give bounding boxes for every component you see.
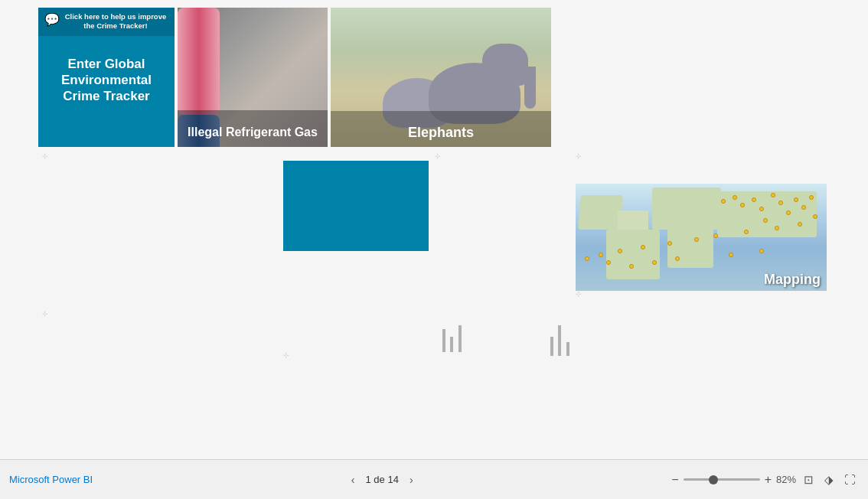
elephant-head xyxy=(482,44,528,86)
anchor-1: ⊹ xyxy=(42,153,48,160)
map-dot xyxy=(675,256,680,261)
page-indicator: 1 de 14 xyxy=(366,474,399,485)
refrigerant-title: Illegal Refrigerant Gas xyxy=(178,110,328,147)
chart-stub-2 xyxy=(550,325,570,356)
feedback-bar[interactable]: 💬 Click here to help us improve the Crim… xyxy=(38,8,175,36)
nav-prev-button[interactable]: ‹ xyxy=(347,472,360,488)
card-mapping[interactable]: Mapping xyxy=(576,184,827,291)
map-dot xyxy=(801,205,806,210)
map-dot xyxy=(606,260,611,265)
map-dot xyxy=(794,197,798,202)
card-elephants[interactable]: Elephants xyxy=(331,8,551,147)
cards-area: 💬 Click here to help us improve the Crim… xyxy=(38,8,551,147)
map-dot xyxy=(809,195,814,200)
share-button[interactable]: ⬗ xyxy=(821,471,837,488)
fullscreen-button[interactable]: ⛶ xyxy=(841,471,859,488)
map-dot xyxy=(618,249,622,253)
map-dot xyxy=(759,249,764,253)
card-teal[interactable] xyxy=(283,161,429,251)
card-refrigerant[interactable]: Illegal Refrigerant Gas xyxy=(178,8,328,147)
card-enter[interactable]: 💬 Click here to help us improve the Crim… xyxy=(38,8,175,147)
map-dot xyxy=(585,256,589,261)
map-dot xyxy=(713,233,718,238)
chart-stub-1 xyxy=(442,325,462,352)
enter-text: Enter Global Environmental Crime Tracker xyxy=(38,44,175,105)
main-content: ⊹ ⊹ ⊹ ⊹ ⊹ ⊹ 💬 Click here to help us impr… xyxy=(0,0,868,459)
anchor-2: ⊹ xyxy=(435,153,441,160)
map-dot xyxy=(667,241,672,246)
map-africa-land xyxy=(578,195,623,230)
zoom-in-button[interactable]: + xyxy=(765,473,772,487)
status-bar: Microsoft Power BI ‹ 1 de 14 › − + 82% ⊡… xyxy=(0,459,868,499)
map-land-3 xyxy=(652,188,721,230)
map-land-5 xyxy=(667,226,713,268)
map-dot xyxy=(694,237,699,242)
powerbi-link[interactable]: Microsoft Power BI xyxy=(9,474,93,485)
map-dot xyxy=(752,197,756,202)
zoom-controls: − + 82% ⊡ ⬗ ⛶ xyxy=(671,471,859,488)
map-dot xyxy=(641,245,645,250)
zoom-slider[interactable] xyxy=(684,478,760,481)
map-dot xyxy=(763,218,768,223)
map-dot xyxy=(740,203,745,207)
map-dot xyxy=(786,210,791,215)
feedback-text: Click here to help us improve the Crime … xyxy=(63,12,168,31)
nav-next-button[interactable]: › xyxy=(405,472,418,488)
cylinder-pink xyxy=(178,8,220,115)
anchor-5: ⊹ xyxy=(42,311,48,318)
zoom-level: 82% xyxy=(776,474,796,485)
anchor-6: ⊹ xyxy=(283,352,289,359)
map-dot xyxy=(744,230,749,234)
elephant-trunk xyxy=(524,67,536,109)
zoom-out-button[interactable]: − xyxy=(671,473,678,487)
anchor-4: ⊹ xyxy=(576,291,582,298)
map-dot xyxy=(771,193,775,197)
nav-controls: ‹ 1 de 14 › xyxy=(347,472,418,488)
anchor-3: ⊹ xyxy=(576,153,582,160)
map-dot xyxy=(599,253,603,257)
map-dot xyxy=(813,214,817,219)
elephants-title: Elephants xyxy=(331,111,551,147)
map-dot xyxy=(729,253,733,257)
mapping-title: Mapping xyxy=(764,272,821,288)
map-dot xyxy=(778,201,783,205)
map-dot xyxy=(759,207,764,211)
map-dot xyxy=(721,199,726,204)
map-dot xyxy=(652,260,657,265)
map-dot xyxy=(733,195,737,200)
fit-page-button[interactable]: ⊡ xyxy=(801,471,817,488)
map-dot xyxy=(775,226,779,230)
map-land-4 xyxy=(606,230,660,279)
bubble-icon: 💬 xyxy=(44,12,60,28)
map-dot xyxy=(798,222,802,227)
map-dot xyxy=(629,264,634,269)
